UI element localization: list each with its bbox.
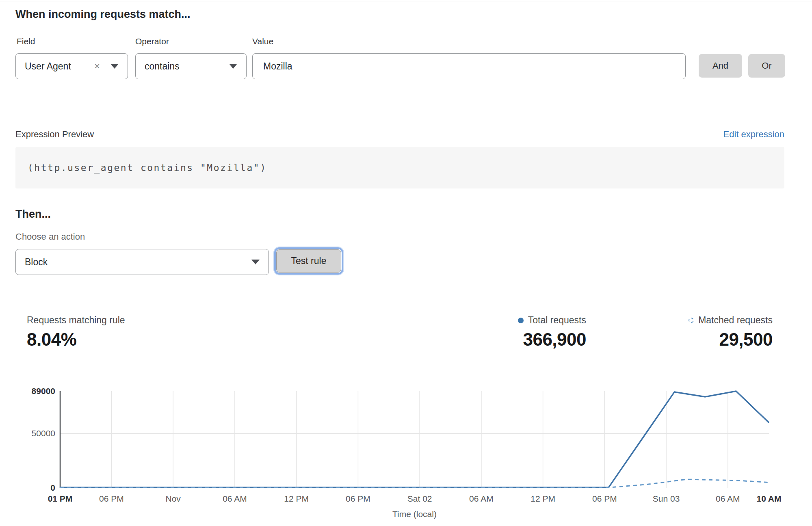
field-select[interactable]: User Agent × [15,53,128,79]
field-label: Field [17,37,35,46]
svg-text:06 PM: 06 PM [592,494,617,503]
chevron-down-icon [251,260,260,264]
clear-field-icon[interactable]: × [94,61,100,71]
value-label: Value [252,37,273,46]
action-select[interactable]: Block [15,249,269,275]
svg-text:06 PM: 06 PM [346,494,370,503]
expression-code: (http.user_agent contains "Mozilla") [28,162,267,173]
value-input[interactable] [252,53,686,79]
svg-text:Time (local): Time (local) [392,509,437,519]
total-requests-legend-icon [518,318,524,323]
edit-expression-link[interactable]: Edit expression [723,129,784,140]
requests-chart: 0500008900001 PM06 PMNov06 AM12 PM06 PMS… [0,378,812,526]
stat-total-label: Total requests [528,315,586,326]
stat-matched-requests: Matched requests 29,500 [689,315,773,350]
svg-text:06 AM: 06 AM [223,494,247,503]
svg-text:0: 0 [50,483,55,492]
top-divider [0,2,812,2]
firewall-rule-builder: When incoming requests match... Field Op… [0,0,812,526]
stat-matching-label: Requests matching rule [27,315,125,326]
operator-select-value: contains [145,61,180,72]
svg-text:12 PM: 12 PM [284,494,309,503]
page-title: When incoming requests match... [15,8,191,21]
then-heading: Then... [15,208,51,221]
stat-total-value: 366,900 [518,329,586,350]
svg-text:Nov: Nov [166,494,181,503]
expression-code-block: (http.user_agent contains "Mozilla") [15,147,784,188]
stat-matching-value: 8.04% [27,329,125,350]
svg-text:10 AM: 10 AM [756,494,781,503]
chevron-down-icon [110,64,119,69]
svg-text:06 AM: 06 AM [716,494,740,503]
matched-requests-legend-icon [689,318,694,323]
field-select-value: User Agent [25,61,71,72]
choose-action-caption: Choose an action [15,232,85,242]
expression-preview-label: Expression Preview [15,129,94,140]
and-button[interactable]: And [699,54,742,78]
svg-text:06 PM: 06 PM [99,494,124,503]
svg-text:Sun 03: Sun 03 [653,494,680,503]
svg-text:01 PM: 01 PM [48,494,73,503]
stat-matched-label: Matched requests [698,315,773,326]
or-button[interactable]: Or [748,54,785,78]
action-select-value: Block [25,257,48,268]
operator-select[interactable]: contains [135,53,247,79]
svg-text:89000: 89000 [32,386,55,396]
stat-matched-value: 29,500 [689,329,773,350]
test-rule-button[interactable]: Test rule [276,249,341,273]
chevron-down-icon [229,64,237,69]
svg-text:50000: 50000 [32,429,55,438]
svg-text:Sat 02: Sat 02 [407,494,432,503]
stat-requests-matching: Requests matching rule 8.04% [27,315,125,350]
operator-label: Operator [135,37,169,46]
svg-text:06 AM: 06 AM [469,494,494,503]
stat-total-requests: Total requests 366,900 [518,315,586,350]
svg-text:12 PM: 12 PM [531,494,555,503]
